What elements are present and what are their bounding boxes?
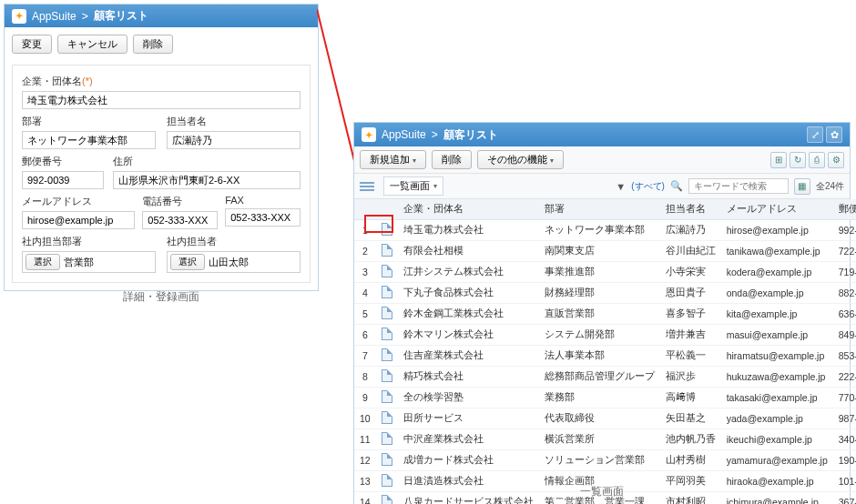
- cell-company: 鈴木金鋼工業株式会社: [398, 304, 539, 325]
- search-icon: 🔍: [670, 180, 683, 192]
- cell-company: 鈴木マリン株式会社: [398, 325, 539, 346]
- zip-field[interactable]: [22, 171, 104, 189]
- row-doc-icon[interactable]: [376, 346, 398, 367]
- cell-dept: 直販営業部: [539, 304, 660, 325]
- row-doc-icon[interactable]: [376, 304, 398, 325]
- dept-field[interactable]: [22, 131, 156, 149]
- addr-field[interactable]: [113, 171, 301, 189]
- row-number: 5: [354, 304, 376, 325]
- table-row[interactable]: 3江井システム株式会社事業推進部小寺栄実kodera@example.jp719…: [354, 262, 856, 283]
- export-icon[interactable]: ⊞: [770, 152, 787, 168]
- cell-company: 下丸子食品株式会社: [398, 283, 539, 304]
- row-doc-icon[interactable]: [376, 283, 398, 304]
- dept-label: 部署: [22, 115, 156, 128]
- col-zip[interactable]: 郵便番号: [833, 199, 856, 220]
- cell-person: 喜多智子: [660, 304, 721, 325]
- cell-mail: tanikawa@example.jp: [721, 241, 833, 262]
- select-person-button[interactable]: 選択: [170, 254, 205, 270]
- row-doc-icon[interactable]: [376, 367, 398, 388]
- table-row[interactable]: 12成増カード株式会社ソリューション営業部山村秀樹yamamura@exampl…: [354, 450, 856, 471]
- row-number: 2: [354, 241, 376, 262]
- int-person-selector[interactable]: 選択 山田太郎: [167, 251, 301, 273]
- cell-mail: kita@example.jp: [721, 304, 833, 325]
- table-row[interactable]: 8精巧株式会社総務部商品管理グループ福沢歩hukuzawa@example.jp…: [354, 367, 856, 388]
- settings-icon[interactable]: ⚙: [828, 152, 844, 168]
- cancel-button[interactable]: キャンセル: [57, 35, 127, 54]
- table-row[interactable]: 2有限会社相模南関東支店谷川由紀江tanikawa@example.jp722-…: [354, 241, 856, 262]
- cell-dept: 横浜営業所: [539, 429, 660, 450]
- list-delete-button[interactable]: 削除: [432, 150, 472, 169]
- cell-dept: 南関東支店: [539, 241, 660, 262]
- other-menu-button[interactable]: その他の機能 ▾: [477, 150, 564, 169]
- select-dept-button[interactable]: 選択: [25, 254, 60, 270]
- cell-person: 福沢歩: [660, 367, 721, 388]
- col-company[interactable]: 企業・団体名: [398, 199, 539, 220]
- column-settings-icon[interactable]: ▦: [794, 178, 810, 195]
- cell-company: 成増カード株式会社: [398, 450, 539, 471]
- row-number: 9: [354, 388, 376, 408]
- cell-person: 高﨑博: [660, 388, 721, 408]
- view-list-icon[interactable]: [360, 182, 374, 191]
- mail-field[interactable]: [22, 211, 135, 229]
- cell-dept: 代表取締役: [539, 408, 660, 429]
- company-label: 企業・団体名: [22, 76, 82, 86]
- required-mark: (*): [82, 76, 93, 86]
- search-input[interactable]: [688, 178, 789, 194]
- gear-icon[interactable]: ✿: [826, 126, 842, 143]
- row-number: 6: [354, 325, 376, 346]
- change-button[interactable]: 変更: [12, 35, 52, 54]
- view-selector[interactable]: 一覧画面 ▾: [383, 176, 443, 196]
- cell-zip: 849-1603: [833, 325, 856, 346]
- row-doc-icon[interactable]: [376, 325, 398, 346]
- cell-person: 谷川由紀江: [660, 241, 721, 262]
- cell-zip: 987-0104: [833, 408, 856, 429]
- filter-icon[interactable]: ▼: [616, 181, 626, 192]
- row-doc-icon[interactable]: [376, 220, 398, 241]
- row-doc-icon[interactable]: [376, 450, 398, 471]
- page-title: 顧客リスト: [94, 8, 148, 24]
- add-button[interactable]: 新規追加 ▾: [360, 150, 426, 169]
- table-row[interactable]: 11中沢産業株式会社横浜営業所池内帆乃香ikeuchi@example.jp34…: [354, 429, 856, 450]
- expand-icon[interactable]: ⤢: [807, 126, 823, 143]
- cell-company: 有限会社相模: [398, 241, 539, 262]
- int-person-value: 山田太郎: [209, 256, 297, 269]
- list-header: ✦ AppSuite > 顧客リスト ⤢ ✿: [354, 123, 850, 146]
- print-icon[interactable]: ⎙: [809, 152, 825, 168]
- row-number: 11: [354, 429, 376, 450]
- delete-button[interactable]: 削除: [133, 35, 173, 54]
- fax-field[interactable]: [225, 208, 301, 227]
- tel-field[interactable]: [142, 211, 218, 229]
- cell-person: 平松義一: [660, 346, 721, 367]
- table-row[interactable]: 1埼玉電力株式会社ネットワーク事業本部広瀬詩乃hirose@example.jp…: [354, 220, 856, 241]
- row-doc-icon[interactable]: [376, 429, 398, 450]
- refresh-icon[interactable]: ↻: [790, 152, 806, 168]
- col-person[interactable]: 担当者名: [660, 199, 721, 220]
- detail-header: ✦ AppSuite > 顧客リスト: [5, 5, 318, 27]
- breadcrumb-sep: >: [432, 128, 438, 141]
- table-row[interactable]: 6鈴木マリン株式会社システム開発部増井兼吉masui@example.jp849…: [354, 325, 856, 346]
- row-doc-icon[interactable]: [376, 241, 398, 262]
- company-field[interactable]: [22, 91, 301, 109]
- table-row[interactable]: 4下丸子食品株式会社財務経理部恩田貴子onda@example.jp882-08…: [354, 283, 856, 304]
- row-doc-icon[interactable]: [376, 408, 398, 429]
- row-doc-icon[interactable]: [376, 388, 398, 408]
- row-doc-icon[interactable]: [376, 262, 398, 283]
- cell-zip: 340-0163: [833, 429, 856, 450]
- person-field[interactable]: [167, 131, 301, 149]
- cell-person: 広瀬詩乃: [660, 220, 721, 241]
- cell-company: 住吉産業株式会社: [398, 346, 539, 367]
- int-dept-selector[interactable]: 選択 営業部: [22, 251, 156, 273]
- table-row[interactable]: 9全の検学習塾業務部高﨑博takasaki@example.jp770-0053…: [354, 388, 856, 408]
- filter-all-link[interactable]: (すべて): [631, 180, 665, 193]
- table-row[interactable]: 10田所サービス代表取締役矢田基之yada@example.jp987-0104…: [354, 408, 856, 429]
- cell-zip: 222-0033: [833, 367, 856, 388]
- cell-zip: 992-0039: [833, 220, 856, 241]
- tel-label: 電話番号: [142, 195, 218, 208]
- col-dept[interactable]: 部署: [539, 199, 660, 220]
- cell-person: 小寺栄実: [660, 262, 721, 283]
- table-row[interactable]: 7住吉産業株式会社法人事業本部平松義一hiramatsu@example.jp8…: [354, 346, 856, 367]
- table-row[interactable]: 5鈴木金鋼工業株式会社直販営業部喜多智子kita@example.jp636-0…: [354, 304, 856, 325]
- app-logo-icon: ✦: [12, 9, 26, 24]
- cell-person: 増井兼吉: [660, 325, 721, 346]
- col-mail[interactable]: メールアドレス: [721, 199, 833, 220]
